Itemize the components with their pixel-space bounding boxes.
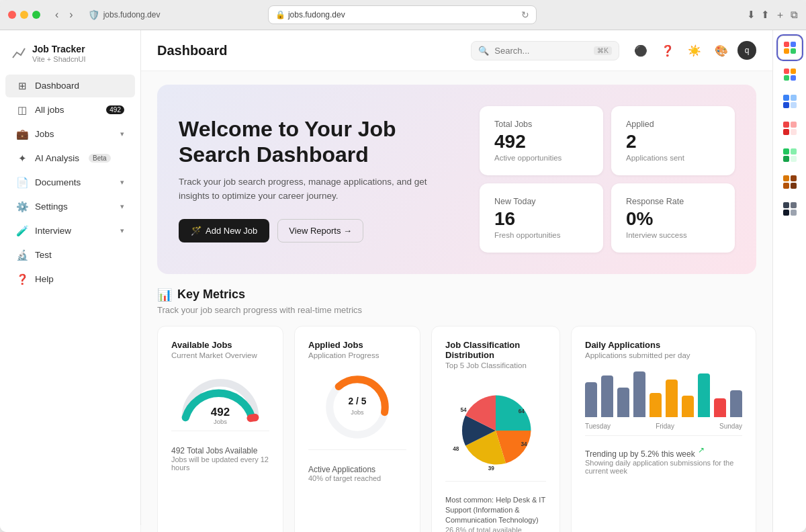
jobs-icon: 💼 — [16, 128, 28, 140]
forward-button[interactable]: › — [65, 7, 77, 22]
sidebar-label-jobs: Jobs — [35, 129, 54, 139]
stat-label-new: New Today — [494, 197, 588, 206]
stat-label-response: Response Rate — [626, 197, 720, 206]
view-reports-button[interactable]: View Reports → — [277, 219, 363, 242]
svg-rect-33 — [783, 183, 789, 189]
bar-5 — [650, 393, 662, 417]
app-switcher-item-6[interactable] — [778, 170, 802, 194]
applied-title: Applied Jobs — [308, 340, 406, 350]
donut-applied: 2 / 5 Jobs — [308, 370, 406, 444]
sidebar-item-jobs[interactable]: 💼 Jobs ▾ — [5, 123, 135, 146]
sidebar-label-dashboard: Dashboard — [35, 81, 79, 91]
alljobs-badge: 492 — [106, 105, 124, 114]
daily-trend: Trending up by 5.2% this week — [585, 449, 695, 459]
metric-card-classification: Job Classification Distribution Top 5 Jo… — [431, 326, 560, 532]
svg-text:34: 34 — [521, 441, 528, 447]
stat-sub-response: Interview success — [626, 231, 720, 239]
hero-actions: 🪄 Add New Job View Reports → — [179, 219, 463, 242]
stat-value-applied: 2 — [626, 132, 720, 152]
github-icon[interactable]: ⚫ — [630, 40, 652, 61]
svg-rect-18 — [791, 75, 796, 81]
traffic-lights[interactable] — [8, 11, 40, 19]
svg-rect-13 — [784, 48, 789, 54]
metrics-chart-icon: 📊 — [157, 287, 172, 302]
app-switcher-item-5[interactable] — [778, 143, 802, 167]
sidebar-item-documents[interactable]: 📄 Documents ▾ — [5, 171, 135, 194]
classification-title: Job Classification Distribution — [445, 340, 546, 360]
sidebar-label-alljobs: All jobs — [35, 105, 64, 115]
bar-8 — [698, 373, 710, 417]
svg-text:54: 54 — [461, 406, 467, 412]
svg-rect-26 — [791, 129, 797, 135]
svg-text:2 / 5: 2 / 5 — [349, 396, 367, 406]
sidebar-item-interview[interactable]: 🧪 Interview ▾ — [5, 220, 135, 242]
stat-card-applied: Applied 2 Applications sent — [611, 106, 735, 175]
bar-labels: Tuesday Friday Sunday — [585, 423, 742, 430]
bar-9 — [714, 398, 726, 417]
new-tab-icon[interactable]: ＋ — [775, 9, 785, 21]
user-avatar[interactable]: q — [737, 41, 756, 60]
svg-rect-19 — [783, 95, 789, 101]
bar-4 — [633, 371, 645, 417]
svg-rect-28 — [791, 148, 797, 154]
tab-overview-icon[interactable]: ⧉ — [791, 9, 798, 21]
palette-icon[interactable]: 🎨 — [711, 40, 732, 61]
search-input[interactable] — [494, 46, 588, 56]
sidebar-item-alljobs[interactable]: ◫ All jobs 492 — [5, 99, 135, 122]
minimize-button[interactable] — [20, 11, 28, 19]
pie-chart: 64 34 39 48 54 — [445, 380, 546, 481]
trend-up-icon: ↗ — [698, 445, 705, 455]
download-icon[interactable]: ⬇ — [747, 9, 756, 21]
stat-value-response: 0% — [626, 209, 720, 230]
classification-sub: Top 5 Job Classification — [445, 361, 546, 369]
bar-1 — [585, 382, 597, 417]
sidebar-label-documents: Documents — [35, 177, 81, 187]
svg-rect-25 — [783, 129, 789, 135]
sidebar-item-help[interactable]: ❓ Help — [5, 268, 135, 291]
browser-nav: ‹ › — [51, 7, 77, 22]
app-switcher-item-7[interactable] — [778, 197, 802, 221]
sidebar-item-settings[interactable]: ⚙️ Settings ▾ — [5, 195, 135, 218]
sidebar-item-test[interactable]: 🔬 Test — [5, 244, 135, 267]
svg-rect-16 — [791, 69, 796, 74]
help-circle-icon[interactable]: ❓ — [657, 40, 678, 61]
maximize-button[interactable] — [32, 11, 40, 19]
stat-label-applied: Applied — [626, 120, 720, 129]
available-sub: Current Market Overview — [171, 351, 269, 359]
sidebar-logo: Job Tracker Vite + ShadcnUI — [0, 38, 140, 74]
gauge-available: 492 Jobs — [171, 370, 269, 424]
classification-footer: Most common: Help Desk & IT Support (Inf… — [445, 495, 546, 526]
stat-card-total-jobs: Total Jobs 492 Active opportunities — [480, 106, 603, 175]
close-button[interactable] — [8, 11, 16, 19]
app-switcher-item-2[interactable] — [778, 62, 802, 87]
search-kbd: ⌘K — [594, 46, 612, 55]
sidebar-item-ai[interactable]: ✦ AI Analysis Beta — [5, 147, 135, 170]
add-new-job-button[interactable]: 🪄 Add New Job — [179, 219, 269, 242]
available-title: Available Jobs — [171, 340, 269, 350]
svg-rect-15 — [784, 69, 789, 74]
svg-rect-21 — [783, 102, 789, 108]
hero-text: Welcome to Your Job Search Dashboard Tra… — [179, 116, 463, 242]
share-icon[interactable]: ⬆ — [761, 9, 770, 21]
sidebar-label-settings: Settings — [35, 202, 68, 212]
sidebar-label-interview: Interview — [35, 226, 71, 236]
interview-icon: 🧪 — [16, 225, 28, 237]
section-header: 📊 Key Metrics — [157, 287, 756, 302]
test-icon: 🔬 — [16, 249, 28, 261]
app-switcher-item-1[interactable] — [778, 36, 802, 60]
back-button[interactable]: ‹ — [51, 7, 62, 22]
available-footer: 492 Total Jobs Available — [171, 446, 269, 455]
svg-text:492: 492 — [211, 405, 230, 418]
bar-10 — [730, 390, 742, 417]
svg-rect-11 — [784, 42, 789, 47]
address-bar[interactable]: 🔒 jobs.fudong.dev ↻ — [268, 5, 537, 24]
app-switcher-item-3[interactable] — [778, 89, 802, 114]
svg-text:39: 39 — [488, 465, 495, 471]
documents-chevron-icon: ▾ — [120, 178, 124, 187]
svg-rect-12 — [791, 42, 796, 47]
sidebar-item-dashboard[interactable]: ⊞ Dashboard — [5, 75, 135, 97]
bar-label-sunday: Sunday — [719, 423, 742, 430]
app-switcher-item-4[interactable] — [778, 116, 802, 140]
stat-label-total: Total Jobs — [494, 120, 588, 129]
theme-icon[interactable]: ☀️ — [684, 40, 705, 61]
